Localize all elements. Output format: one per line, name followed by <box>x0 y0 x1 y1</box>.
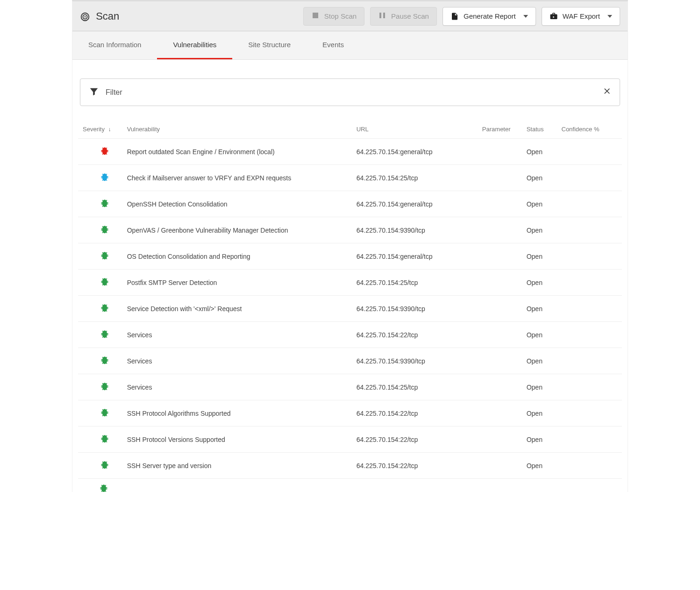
col-vulnerability[interactable]: Vulnerability <box>122 120 352 139</box>
cell-severity <box>78 348 122 374</box>
pause-scan-label: Pause Scan <box>391 12 429 20</box>
cell-severity <box>78 139 122 165</box>
cell-vulnerability: OpenVAS / Greenbone Vulnerability Manage… <box>122 217 352 243</box>
cell-vulnerability: OS Detection Consolidation and Reporting <box>122 243 352 270</box>
cell-vulnerability: SSH Protocol Versions Supported <box>122 427 352 453</box>
cell-url: 64.225.70.154:22/tcp <box>352 427 478 453</box>
pause-scan-button[interactable]: Pause Scan <box>370 7 437 26</box>
table-row[interactable]: OS Detection Consolidation and Reporting… <box>78 243 622 270</box>
cell-url: 64.225.70.154:25/tcp <box>352 270 478 296</box>
table-row[interactable]: SSH Protocol Versions Supported64.225.70… <box>78 427 622 453</box>
table-row[interactable]: Report outdated Scan Engine / Environmen… <box>78 139 622 165</box>
cell-confidence <box>557 296 622 322</box>
cell-url: 64.225.70.154:25/tcp <box>352 374 478 400</box>
table-row[interactable]: OpenSSH Detection Consolidation64.225.70… <box>78 191 622 217</box>
cell-severity <box>78 217 122 243</box>
cell-severity <box>78 296 122 322</box>
cell-severity <box>78 427 122 453</box>
stop-scan-button[interactable]: Stop Scan <box>303 7 364 26</box>
table-row[interactable]: Services64.225.70.154:25/tcpOpen <box>78 374 622 400</box>
col-severity[interactable]: Severity ↓ <box>78 120 122 139</box>
table-row[interactable]: Postfix SMTP Server Detection64.225.70.1… <box>78 270 622 296</box>
cell-url: 64.225.70.154:22/tcp <box>352 400 478 427</box>
cell-url: 64.225.70.154:22/tcp <box>352 322 478 348</box>
bug-icon <box>100 199 109 208</box>
filter-clear-button[interactable] <box>603 87 611 98</box>
cell-confidence <box>557 165 622 191</box>
header-bar: Scan Stop Scan Pause Scan <box>72 1 628 31</box>
bug-icon <box>100 225 109 234</box>
cell-url: 64.225.70.154:9390/tcp <box>352 348 478 374</box>
cell-status: Open <box>522 296 557 322</box>
col-url[interactable]: URL <box>352 120 478 139</box>
table-row[interactable]: Services64.225.70.154:9390/tcpOpen <box>78 348 622 374</box>
cell-url: 64.225.70.154:22/tcp <box>352 453 478 479</box>
bug-icon <box>100 329 109 339</box>
table-row[interactable]: SSH Server type and version64.225.70.154… <box>78 453 622 479</box>
tab-vulnerabilities[interactable]: Vulnerabilities <box>157 31 232 59</box>
svg-rect-3 <box>313 13 318 18</box>
cell-confidence <box>557 400 622 427</box>
cell-vulnerability: Services <box>122 374 352 400</box>
stop-icon <box>311 12 320 21</box>
cell-severity <box>78 374 122 400</box>
col-parameter[interactable]: Parameter <box>478 120 522 139</box>
cell-status: Open <box>522 453 557 479</box>
cell-parameter <box>478 296 522 322</box>
waf-export-label: WAF Export <box>563 12 600 20</box>
tab-events[interactable]: Events <box>307 31 360 59</box>
cell-status: Open <box>522 191 557 217</box>
cell-confidence <box>557 427 622 453</box>
cell-status: Open <box>522 348 557 374</box>
page-title-text: Scan <box>96 10 119 22</box>
tab-scan-information[interactable]: Scan Information <box>72 31 157 59</box>
bug-icon <box>100 382 109 391</box>
table-row[interactable]: Service Detection with '<xml/>' Request6… <box>78 296 622 322</box>
bug-icon <box>100 408 109 417</box>
cell-confidence <box>557 348 622 374</box>
cell-severity <box>78 400 122 427</box>
cell-confidence <box>557 191 622 217</box>
col-status[interactable]: Status <box>522 120 557 139</box>
generate-report-label: Generate Report <box>464 12 516 20</box>
cell-parameter <box>478 139 522 165</box>
filter-bar[interactable]: Filter <box>80 78 620 106</box>
page-title: Scan <box>80 10 119 22</box>
bug-icon <box>99 483 108 492</box>
filter-label: Filter <box>106 88 122 97</box>
cell-vulnerability: Postfix SMTP Server Detection <box>122 270 352 296</box>
cell-url: 64.225.70.154:general/tcp <box>352 243 478 270</box>
table-row[interactable]: Services64.225.70.154:22/tcpOpen <box>78 322 622 348</box>
funnel-icon <box>89 86 99 98</box>
generate-report-button[interactable]: Generate Report <box>443 7 536 26</box>
cell-parameter <box>478 270 522 296</box>
cell-status: Open <box>522 139 557 165</box>
bug-icon <box>100 172 109 182</box>
cell-vulnerability: SSH Protocol Algorithms Supported <box>122 400 352 427</box>
bug-icon <box>100 146 109 156</box>
table-row[interactable]: OpenVAS / Greenbone Vulnerability Manage… <box>78 217 622 243</box>
cell-parameter <box>478 427 522 453</box>
waf-export-button[interactable]: WAF Export <box>542 7 620 26</box>
cell-vulnerability: OpenSSH Detection Consolidation <box>122 191 352 217</box>
cell-severity <box>78 322 122 348</box>
page-chrome: Scan Stop Scan Pause Scan <box>72 0 628 492</box>
svg-rect-5 <box>383 13 385 18</box>
cell-vulnerability: SSH Server type and version <box>122 453 352 479</box>
tab-bar: Scan Information Vulnerabilities Site St… <box>72 31 628 60</box>
cell-parameter <box>478 374 522 400</box>
stop-scan-label: Stop Scan <box>324 12 357 20</box>
table-row[interactable]: Check if Mailserver answer to VRFY and E… <box>78 165 622 191</box>
cell-vulnerability: Service Detection with '<xml/>' Request <box>122 296 352 322</box>
chevron-down-icon <box>607 15 612 18</box>
table-row-partial <box>78 479 622 492</box>
cell-parameter <box>478 165 522 191</box>
sort-desc-icon: ↓ <box>108 126 111 133</box>
cell-parameter <box>478 348 522 374</box>
bug-icon <box>100 277 109 286</box>
header-actions: Stop Scan Pause Scan Generate Report <box>303 7 620 26</box>
cell-severity <box>78 453 122 479</box>
tab-site-structure[interactable]: Site Structure <box>232 31 307 59</box>
col-confidence[interactable]: Confidence % <box>557 120 622 139</box>
table-row[interactable]: SSH Protocol Algorithms Supported64.225.… <box>78 400 622 427</box>
